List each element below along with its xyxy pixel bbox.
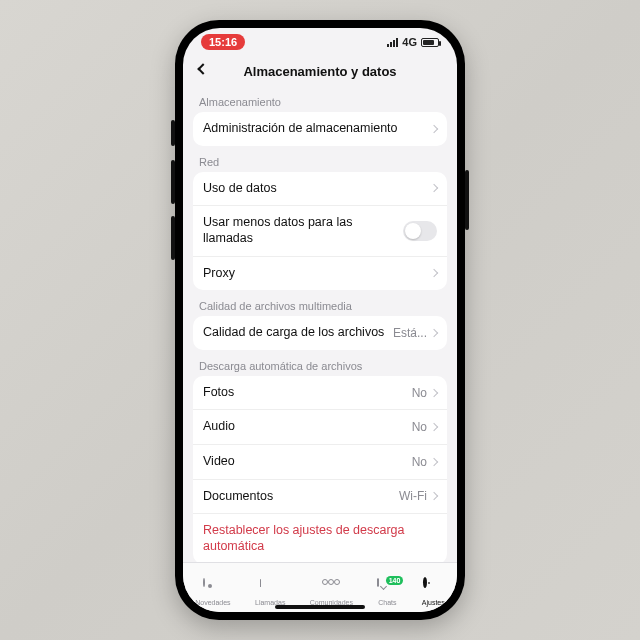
row-label: Fotos [203, 385, 412, 401]
chats-badge: 140 [386, 576, 404, 585]
row-label: Usar menos datos para las llamadas [203, 215, 403, 246]
row-less-data[interactable]: Usar menos datos para las llamadas [193, 205, 447, 255]
phone-icon [260, 579, 280, 597]
group-network: Uso de datos Usar menos datos para las l… [193, 172, 447, 291]
group-storage: Administración de almacenamiento [193, 112, 447, 146]
tab-label: Novedades [195, 599, 230, 606]
chevron-right-icon [430, 458, 438, 466]
network-label: 4G [402, 36, 417, 48]
chevron-left-icon [197, 63, 208, 74]
power-button [465, 170, 469, 230]
group-media-quality: Calidad de carga de los archivos Está... [193, 316, 447, 350]
chevron-right-icon [430, 125, 438, 133]
row-documents[interactable]: Documentos Wi-Fi [193, 479, 447, 514]
row-data-usage[interactable]: Uso de datos [193, 172, 447, 206]
row-label: Calidad de carga de los archivos [203, 325, 393, 341]
row-reset-auto-download[interactable]: Restablecer los ajustes de descarga auto… [193, 513, 447, 562]
screen: 15:16 4G Almacenamiento y datos Almacena… [183, 28, 457, 612]
nav-header: Almacenamiento y datos [183, 56, 457, 86]
chevron-right-icon [430, 269, 438, 277]
tab-label: Chats [378, 599, 396, 606]
volume-up [171, 160, 175, 204]
row-upload-quality[interactable]: Calidad de carga de los archivos Está... [193, 316, 447, 350]
content: Almacenamiento Administración de almacen… [183, 86, 457, 562]
tab-chats[interactable]: 140 Chats [377, 579, 397, 606]
mute-switch [171, 120, 175, 146]
row-value: Está... [393, 326, 427, 340]
row-label: Proxy [203, 266, 431, 282]
chevron-right-icon [430, 329, 438, 337]
page-title: Almacenamiento y datos [243, 64, 396, 79]
tab-novedades[interactable]: Novedades [195, 579, 230, 606]
people-icon [321, 579, 341, 597]
chevron-right-icon [430, 388, 438, 396]
volume-down [171, 216, 175, 260]
row-video[interactable]: Video No [193, 444, 447, 479]
tab-llamadas[interactable]: Llamadas [255, 579, 285, 606]
tab-ajustes[interactable]: Ajustes [422, 579, 445, 606]
row-label: Video [203, 454, 412, 470]
chat-icon: 140 [377, 579, 397, 597]
row-audio[interactable]: Audio No [193, 409, 447, 444]
row-storage-manage[interactable]: Administración de almacenamiento [193, 112, 447, 146]
row-label: Uso de datos [203, 181, 431, 197]
section-label-media-quality: Calidad de archivos multimedia [193, 290, 447, 316]
reset-label: Restablecer los ajustes de descarga auto… [203, 523, 405, 553]
toggle-less-data[interactable] [403, 221, 437, 241]
chevron-right-icon [430, 492, 438, 500]
back-button[interactable] [193, 59, 213, 79]
row-label: Administración de almacenamiento [203, 121, 431, 137]
chevron-right-icon [430, 423, 438, 431]
tab-label: Ajustes [422, 599, 445, 606]
tab-comunidades[interactable]: Comunidades [310, 579, 353, 606]
status-icon [203, 579, 223, 597]
signal-icon [387, 38, 398, 47]
section-label-network: Red [193, 146, 447, 172]
section-label-storage: Almacenamiento [193, 86, 447, 112]
chevron-right-icon [430, 184, 438, 192]
row-value: No [412, 420, 427, 434]
phone-frame: 15:16 4G Almacenamiento y datos Almacena… [175, 20, 465, 620]
gear-icon [423, 579, 443, 597]
row-photos[interactable]: Fotos No [193, 376, 447, 410]
row-proxy[interactable]: Proxy [193, 256, 447, 291]
section-label-auto-download: Descarga automática de archivos [193, 350, 447, 376]
row-value: Wi-Fi [399, 489, 427, 503]
home-indicator [275, 605, 365, 609]
status-bar: 15:16 4G [183, 28, 457, 56]
status-time: 15:16 [201, 34, 245, 50]
row-value: No [412, 386, 427, 400]
battery-icon [421, 38, 439, 47]
row-label: Audio [203, 419, 412, 435]
row-value: No [412, 455, 427, 469]
status-right: 4G [387, 36, 439, 48]
row-label: Documentos [203, 489, 399, 505]
group-auto-download: Fotos No Audio No Video No Documentos Wi… [193, 376, 447, 562]
